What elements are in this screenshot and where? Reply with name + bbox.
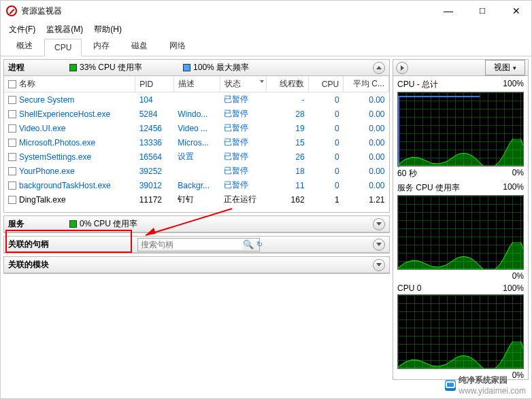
services-title: 服务 (8, 218, 69, 230)
search-icon[interactable]: 🔍 (243, 239, 254, 249)
table-row[interactable]: ShellExperienceHost.exe 5284Windo...已暂停 … (4, 107, 389, 121)
search-handles-box: 🔍 ↻ (137, 238, 260, 251)
checkbox[interactable] (8, 139, 16, 147)
sort-icon (260, 80, 264, 83)
checkbox[interactable] (8, 196, 16, 204)
processes-table: 名称 PID 描述 状态 线程数 CPU 平均 C... Secure Syst… (4, 76, 389, 207)
tab-memory[interactable]: 内存 (83, 36, 120, 56)
handles-title: 关联的句柄 (8, 239, 69, 250)
modules-header[interactable]: 关联的模块 (4, 257, 389, 273)
refresh-icon[interactable]: ↻ (256, 240, 263, 249)
modules-panel: 关联的模块 (3, 256, 390, 274)
collapse-charts-button[interactable] (396, 62, 408, 74)
checkbox[interactable] (8, 80, 16, 88)
checkbox[interactable] (8, 153, 16, 161)
search-handles-input[interactable] (141, 240, 243, 249)
max-freq-text: 100% 最大频率 (193, 62, 249, 73)
menu-file[interactable]: 文件(F) (5, 22, 39, 37)
close-button[interactable]: ✕ (507, 3, 526, 19)
services-panel: 服务 0% CPU 使用率 (3, 215, 390, 233)
checkbox[interactable] (8, 124, 16, 133)
watermark-icon (445, 380, 456, 391)
cpu-usage-icon (69, 64, 77, 71)
col-status[interactable]: 状态 (220, 76, 266, 92)
checkbox[interactable] (8, 167, 16, 175)
processes-panel: 进程 33% CPU 使用率 100% 最大频率 名称 PID 描述 状态 线程… (3, 59, 390, 213)
chevron-down-icon (376, 263, 382, 266)
watermark: 纯净系统家园www.yidaimei.com (445, 375, 526, 396)
col-desc[interactable]: 描述 (173, 76, 220, 92)
cpu-usage-text: 33% CPU 使用率 (80, 62, 142, 73)
table-row[interactable]: Microsoft.Photos.exe 13336Micros...已暂停 1… (4, 135, 389, 150)
menu-monitor[interactable]: 监视器(M) (42, 22, 87, 37)
view-button[interactable]: 视图▾ (485, 60, 525, 75)
handles-header[interactable]: 关联的句柄 🔍 ↻ (4, 237, 389, 253)
checkbox[interactable] (8, 181, 16, 190)
tab-disk[interactable]: 磁盘 (121, 36, 158, 56)
menu-bar: 文件(F) 监视器(M) 帮助(H) (1, 21, 531, 37)
tab-network[interactable]: 网络 (159, 36, 196, 56)
col-name[interactable]: 名称 (4, 76, 135, 92)
collapse-processes-button[interactable] (373, 62, 385, 74)
maximize-button[interactable]: ☐ (473, 3, 492, 19)
chevron-up-icon (376, 66, 382, 69)
cpu-chart: CPU 0100% 0% (397, 283, 524, 379)
table-row[interactable]: Video.UI.exe 12456Video ...已暂停 1900.00 (4, 121, 389, 135)
processes-title: 进程 (8, 62, 69, 73)
services-header[interactable]: 服务 0% CPU 使用率 (4, 216, 389, 232)
tab-cpu[interactable]: CPU (44, 39, 82, 56)
checkbox[interactable] (8, 110, 16, 118)
col-threads[interactable]: 线程数 (266, 76, 308, 92)
window-title: 资源监视器 (21, 5, 62, 17)
col-avg[interactable]: 平均 C... (344, 76, 389, 92)
table-row[interactable]: DingTalk.exe 11172钉钉正在运行 16211.21 (4, 192, 389, 207)
services-cpu-text: 0% CPU 使用率 (80, 218, 137, 230)
charts-pane: 视图▾ CPU - 总计100% 60 秒0%服务 CPU 使用率100% 0%… (393, 59, 529, 380)
modules-title: 关联的模块 (8, 259, 69, 271)
processes-header[interactable]: 进程 33% CPU 使用率 100% 最大频率 (4, 60, 389, 76)
collapse-modules-button[interactable] (373, 259, 385, 271)
chevron-right-icon (401, 65, 404, 71)
app-icon (6, 5, 17, 16)
checkbox[interactable] (8, 96, 16, 104)
table-row[interactable]: Secure System 104已暂停 -00.00 (4, 92, 389, 107)
chevron-down-icon (376, 222, 382, 226)
title-bar: 资源监视器 — ☐ ✕ (1, 1, 531, 21)
cpu-chart: CPU - 总计100% 60 秒0% (397, 79, 524, 179)
col-cpu[interactable]: CPU (309, 76, 344, 92)
collapse-services-button[interactable] (373, 218, 385, 230)
max-freq-icon (183, 64, 190, 71)
table-row[interactable]: YourPhone.exe 39252已暂停 1800.00 (4, 164, 389, 178)
handles-panel: 关联的句柄 🔍 ↻ (3, 236, 390, 254)
tab-bar: 概述 CPU 内存 磁盘 网络 (1, 37, 531, 56)
tab-overview[interactable]: 概述 (6, 36, 43, 56)
table-row[interactable]: SystemSettings.exe 16564设置已暂停 2600.00 (4, 150, 389, 164)
minimize-button[interactable]: — (439, 3, 458, 19)
cpu-usage-icon (69, 220, 77, 228)
cpu-chart: 服务 CPU 使用率100% 0% (397, 182, 524, 281)
menu-help[interactable]: 帮助(H) (90, 22, 126, 37)
collapse-handles-button[interactable] (373, 239, 385, 251)
col-pid[interactable]: PID (135, 76, 174, 92)
table-row[interactable]: backgroundTaskHost.exe 39012Backgr...已暂停… (4, 178, 389, 192)
chevron-down-icon (376, 243, 382, 246)
